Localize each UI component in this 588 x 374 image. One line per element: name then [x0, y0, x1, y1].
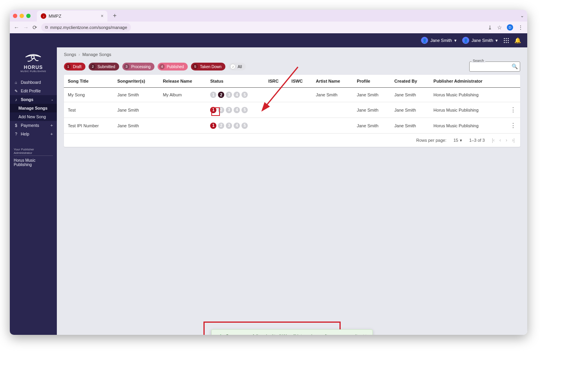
- window-controls: [13, 14, 31, 18]
- horus-eye-icon: [24, 51, 42, 64]
- status-number-icon: 1: [65, 64, 71, 69]
- col-songwriters[interactable]: Songwriter(s): [113, 75, 159, 88]
- cell-title: My Song: [64, 88, 113, 102]
- cell-iswc: [288, 88, 312, 102]
- chip-label: Draft: [73, 65, 82, 69]
- cell-release: My Album: [159, 88, 206, 102]
- first-page-icon[interactable]: |‹: [492, 137, 495, 143]
- sidebar-subitem-manage-songs[interactable]: Manage Songs: [10, 104, 57, 112]
- col-publisher-admin[interactable]: Publisher Administrator: [430, 75, 502, 88]
- breadcrumb-songs[interactable]: Songs: [64, 52, 76, 57]
- sidebar-label: Songs: [21, 97, 33, 102]
- sidebar-item-songs[interactable]: ♪ Songs -: [10, 95, 57, 104]
- address-bar[interactable]: ⧉ mmpz.myclientzone.com/songs/manage: [41, 23, 131, 32]
- install-app-icon[interactable]: ⤓: [488, 24, 492, 31]
- success-toast: ✔ Song successfully submitted! We will l…: [211, 329, 373, 335]
- col-song-title[interactable]: Song Title: [64, 75, 113, 88]
- cell-artist: [312, 102, 353, 118]
- col-artist-name[interactable]: Artist Name: [312, 75, 353, 88]
- songs-table: Song Title Songwriter(s) Release Name St…: [64, 75, 520, 147]
- chip-label: Submitted: [98, 65, 115, 69]
- caret-down-icon: ▾: [495, 38, 498, 43]
- col-isrc[interactable]: ISRC: [264, 75, 287, 88]
- rows-per-page-select[interactable]: 15 ▾: [454, 138, 462, 143]
- search-icon[interactable]: 🔍: [512, 63, 518, 69]
- filter-chip-processing[interactable]: 3Processing: [122, 63, 154, 70]
- browser-tabstrip: ♪ MMPZ × + ⌄: [10, 10, 527, 22]
- cell-status: 12345: [206, 88, 264, 102]
- brand-logo[interactable]: HORUS MUSIC PUBLISHING: [10, 47, 57, 75]
- sidebar-item-help[interactable]: ? Help +: [10, 130, 57, 138]
- table-row[interactable]: Test IPI NumberJane Smith12345Jane Smith…: [64, 118, 520, 134]
- filter-chip-draft[interactable]: 1Draft: [64, 63, 85, 70]
- sidebar-label: Manage Songs: [18, 106, 47, 110]
- cell-pubadmin: Horus Music Publishing: [430, 102, 502, 118]
- status-step-2-icon: 2: [218, 123, 224, 129]
- user-menu-1[interactable]: 👤 Jane Smith ▾: [421, 37, 457, 44]
- col-iswc[interactable]: ISWC: [288, 75, 312, 88]
- publisher-admin-block: Your Publisher Administrator Horus Music…: [10, 148, 57, 167]
- tab-title: MMPZ: [49, 14, 61, 18]
- col-status[interactable]: Status: [206, 75, 264, 88]
- sidebar-item-payments[interactable]: $ Payments +: [10, 121, 57, 130]
- filter-chip-taken-down[interactable]: 5Taken Down: [191, 63, 225, 70]
- publisher-admin-name: Horus Music Publishing: [14, 158, 53, 167]
- sidebar-label: Add New Song: [18, 114, 46, 119]
- last-page-icon[interactable]: ›|: [512, 137, 515, 143]
- prev-page-icon[interactable]: ‹: [499, 137, 501, 143]
- sidebar: HORUS MUSIC PUBLISHING ⌂ Dashboard ✎ Edi…: [10, 47, 57, 335]
- profile-avatar-icon[interactable]: D: [507, 24, 513, 31]
- notifications-icon[interactable]: 🔔: [514, 37, 521, 43]
- browser-tab[interactable]: ♪ MMPZ ×: [37, 11, 107, 22]
- cell-pubadmin: Horus Music Publishing: [430, 118, 502, 134]
- row-actions-button[interactable]: ⋮: [502, 102, 520, 118]
- cell-isrc: [264, 88, 287, 102]
- row-actions-button[interactable]: ⋮: [502, 118, 520, 134]
- col-release-name[interactable]: Release Name: [159, 75, 206, 88]
- cell-release: [159, 102, 206, 118]
- close-toast-icon[interactable]: ✕: [363, 333, 367, 335]
- site-info-icon[interactable]: ⧉: [45, 25, 48, 30]
- reload-button[interactable]: ⟳: [33, 24, 37, 31]
- status-number-icon: 5: [192, 64, 198, 69]
- sidebar-item-edit-profile[interactable]: ✎ Edit Profile: [10, 87, 57, 95]
- next-page-icon[interactable]: ›: [506, 137, 507, 143]
- status-number-icon: 2: [90, 64, 96, 69]
- publisher-admin-label: Your Publisher Administrator: [14, 148, 53, 156]
- tabs-dropdown-icon[interactable]: ⌄: [520, 13, 524, 18]
- status-step-1-icon: 1: [210, 107, 216, 113]
- rows-per-page-label: Rows per page:: [416, 138, 446, 143]
- cell-writers: Jane Smith: [113, 118, 159, 134]
- music-note-icon: ♪: [230, 64, 236, 69]
- sidebar-item-dashboard[interactable]: ⌂ Dashboard: [10, 78, 57, 87]
- breadcrumb: Songs › Manage Songs: [57, 47, 527, 61]
- sidebar-subitem-add-new-song[interactable]: Add New Song: [10, 112, 57, 121]
- minimize-window-button[interactable]: [20, 14, 24, 18]
- user-name: Jane Smith: [430, 38, 452, 43]
- expand-icon: +: [51, 132, 53, 136]
- forward-button[interactable]: →: [23, 24, 29, 31]
- person-icon: 👤: [462, 37, 469, 44]
- status-filter-toolbar: 1Draft 2Submitted 3Processing 4Published…: [57, 61, 527, 75]
- cell-iswc: [288, 118, 312, 134]
- table-row[interactable]: TestJane Smith12345Jane SmithJane SmithH…: [64, 102, 520, 118]
- maximize-window-button[interactable]: [26, 14, 31, 18]
- browser-menu-icon[interactable]: ⋮: [518, 24, 523, 31]
- new-tab-button[interactable]: +: [113, 12, 116, 19]
- cell-profile: Jane Smith: [353, 102, 390, 118]
- col-created-by[interactable]: Created By: [390, 75, 430, 88]
- cell-release: [159, 118, 206, 134]
- user-menu-2[interactable]: 👤 Jane Smith ▾: [462, 37, 498, 44]
- cell-isrc: [264, 118, 287, 134]
- filter-chip-all[interactable]: ♪All: [229, 63, 246, 70]
- bookmark-icon[interactable]: ☆: [497, 24, 502, 31]
- filter-chip-published[interactable]: 4Published: [158, 63, 188, 70]
- close-tab-icon[interactable]: ×: [101, 13, 103, 19]
- back-button[interactable]: ←: [14, 24, 19, 31]
- table-row[interactable]: My SongJane SmithMy Album12345Jane Smith…: [64, 88, 520, 102]
- status-step-3-icon: 3: [226, 123, 232, 129]
- filter-chip-submitted[interactable]: 2Submitted: [89, 63, 119, 70]
- close-window-button[interactable]: [13, 14, 17, 18]
- apps-grid-icon[interactable]: [503, 38, 509, 43]
- col-profile[interactable]: Profile: [353, 75, 390, 88]
